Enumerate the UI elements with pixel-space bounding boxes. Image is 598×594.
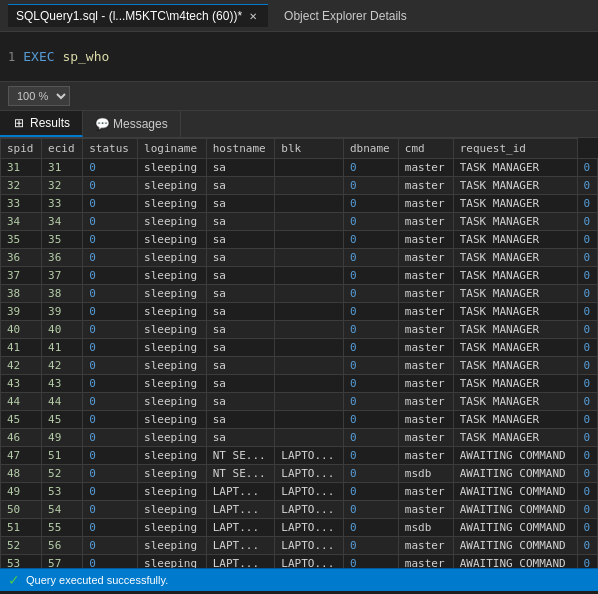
table-row: 33 33 0 sleeping sa 0 master TASK MANAGE… (1, 195, 598, 213)
tab-messages[interactable]: 💬 Messages (83, 111, 181, 137)
cell-cmd: TASK MANAGER (453, 321, 577, 339)
cell-rownum: 50 (1, 501, 42, 519)
cell-cmd: TASK MANAGER (453, 339, 577, 357)
cell-spid: 32 (42, 177, 83, 195)
cell-requestid: 0 (577, 159, 598, 177)
cell-loginame: LAPT... (206, 483, 275, 501)
cell-dbname: master (398, 177, 453, 195)
cell-cmd: AWAITING COMMAND (453, 447, 577, 465)
cell-cmd: AWAITING COMMAND (453, 501, 577, 519)
cell-blk: 0 (343, 213, 398, 231)
cell-loginame: sa (206, 285, 275, 303)
cell-status: sleeping (138, 519, 207, 537)
cell-ecid: 0 (83, 429, 138, 447)
cell-status: sleeping (138, 267, 207, 285)
active-tab-close[interactable]: ✕ (246, 10, 260, 23)
cell-rownum: 53 (1, 555, 42, 569)
cell-dbname: msdb (398, 465, 453, 483)
inactive-tab[interactable]: Object Explorer Details (276, 5, 415, 27)
cell-status: sleeping (138, 195, 207, 213)
cell-cmd: TASK MANAGER (453, 285, 577, 303)
cell-hostname: LAPTO... (275, 447, 344, 465)
cell-status: sleeping (138, 555, 207, 569)
cell-spid: 54 (42, 501, 83, 519)
cell-requestid: 0 (577, 321, 598, 339)
cell-hostname: LAPTO... (275, 519, 344, 537)
cell-spid: 43 (42, 375, 83, 393)
cell-loginame: sa (206, 321, 275, 339)
cell-ecid: 0 (83, 411, 138, 429)
table-row: 52 56 0 sleeping LAPT... LAPTO... 0 mast… (1, 537, 598, 555)
cell-hostname (275, 375, 344, 393)
cell-rownum: 34 (1, 213, 42, 231)
cell-blk: 0 (343, 429, 398, 447)
cell-status: sleeping (138, 285, 207, 303)
cell-cmd: TASK MANAGER (453, 303, 577, 321)
cell-hostname (275, 285, 344, 303)
cell-rownum: 48 (1, 465, 42, 483)
cell-dbname: master (398, 267, 453, 285)
cell-requestid: 0 (577, 375, 598, 393)
messages-icon: 💬 (95, 117, 109, 131)
table-row: 31 31 0 sleeping sa 0 master TASK MANAGE… (1, 159, 598, 177)
cell-spid: 34 (42, 213, 83, 231)
cell-hostname (275, 231, 344, 249)
tab-messages-label: Messages (113, 117, 168, 131)
cell-blk: 0 (343, 267, 398, 285)
cell-spid: 51 (42, 447, 83, 465)
cell-dbname: master (398, 357, 453, 375)
cell-rownum: 36 (1, 249, 42, 267)
cell-requestid: 0 (577, 501, 598, 519)
cell-ecid: 0 (83, 519, 138, 537)
cell-requestid: 0 (577, 519, 598, 537)
toolbar: 100 % (0, 82, 598, 111)
cell-cmd: TASK MANAGER (453, 213, 577, 231)
cell-spid: 38 (42, 285, 83, 303)
col-header-dbname: dbname (343, 139, 398, 159)
cell-loginame: sa (206, 339, 275, 357)
cell-blk: 0 (343, 159, 398, 177)
cell-blk: 0 (343, 501, 398, 519)
cell-blk: 0 (343, 555, 398, 569)
cell-cmd: AWAITING COMMAND (453, 555, 577, 569)
status-bar: ✓ Query executed successfully. (0, 568, 598, 591)
active-tab[interactable]: SQLQuery1.sql - (l...M5KTC\m4tech (60))*… (8, 4, 268, 27)
cell-ecid: 0 (83, 213, 138, 231)
cell-dbname: master (398, 393, 453, 411)
tab-results[interactable]: ⊞ Results (0, 111, 83, 137)
cell-rownum: 47 (1, 447, 42, 465)
cell-cmd: TASK MANAGER (453, 159, 577, 177)
cell-loginame: sa (206, 303, 275, 321)
cell-dbname: master (398, 231, 453, 249)
cell-hostname (275, 159, 344, 177)
cell-requestid: 0 (577, 231, 598, 249)
cell-requestid: 0 (577, 285, 598, 303)
zoom-select[interactable]: 100 % (8, 86, 70, 106)
cell-blk: 0 (343, 285, 398, 303)
table-row: 49 53 0 sleeping LAPT... LAPTO... 0 mast… (1, 483, 598, 501)
cell-spid: 35 (42, 231, 83, 249)
cell-spid: 44 (42, 393, 83, 411)
cell-cmd: AWAITING COMMAND (453, 465, 577, 483)
cell-hostname (275, 339, 344, 357)
cell-cmd: AWAITING COMMAND (453, 537, 577, 555)
cell-hostname (275, 303, 344, 321)
code-content[interactable]: EXEC sp_who (23, 49, 109, 64)
cell-requestid: 0 (577, 411, 598, 429)
cell-status: sleeping (138, 321, 207, 339)
cell-ecid: 0 (83, 339, 138, 357)
cell-status: sleeping (138, 177, 207, 195)
cell-status: sleeping (138, 483, 207, 501)
cell-dbname: master (398, 375, 453, 393)
cell-rownum: 45 (1, 411, 42, 429)
cell-blk: 0 (343, 303, 398, 321)
cell-hostname (275, 195, 344, 213)
active-tab-label: SQLQuery1.sql - (l...M5KTC\m4tech (60))* (16, 9, 242, 23)
cell-dbname: master (398, 537, 453, 555)
cell-loginame: NT SE... (206, 447, 275, 465)
cell-cmd: TASK MANAGER (453, 357, 577, 375)
col-header-requestid: request_id (453, 139, 577, 159)
cell-cmd: TASK MANAGER (453, 267, 577, 285)
col-header-status: status (83, 139, 138, 159)
cell-rownum: 33 (1, 195, 42, 213)
